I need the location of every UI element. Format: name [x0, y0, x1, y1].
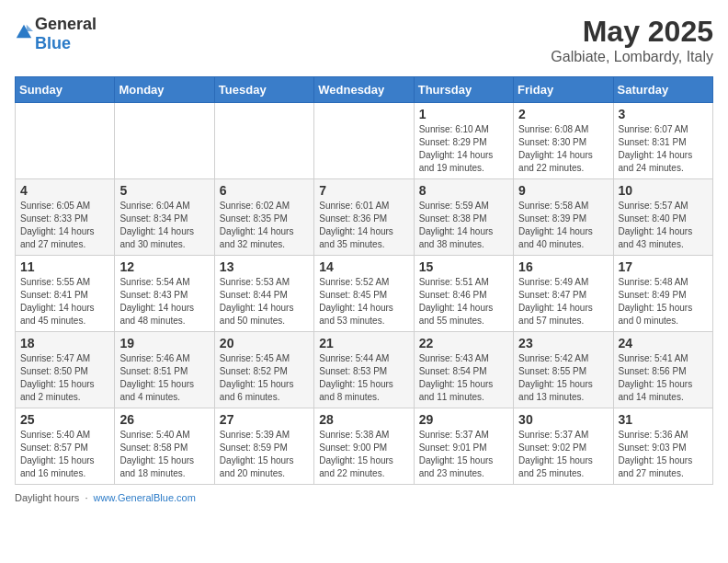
- day-number: 3: [619, 107, 708, 121]
- day-number: 19: [119, 336, 209, 350]
- day-info: Sunrise: 5:48 AM Sunset: 8:49 PM Dayligh…: [619, 276, 708, 327]
- calendar-cell: 13Sunrise: 5:53 AM Sunset: 8:44 PM Dayli…: [214, 256, 313, 332]
- day-number: 8: [419, 183, 508, 198]
- location-title: Galbiate, Lombardy, Italy: [551, 49, 713, 65]
- day-number: 21: [319, 336, 408, 350]
- day-number: 17: [619, 259, 708, 274]
- calendar-cell: [16, 103, 115, 179]
- day-number: 30: [518, 412, 608, 427]
- day-info: Sunrise: 5:41 AM Sunset: 8:56 PM Dayligh…: [619, 352, 708, 404]
- day-info: Sunrise: 5:47 AM Sunset: 8:50 PM Dayligh…: [20, 352, 109, 404]
- footer-link[interactable]: www.GeneralBlue.com: [94, 492, 196, 503]
- day-number: 25: [20, 412, 109, 427]
- day-info: Sunrise: 5:36 AM Sunset: 9:03 PM Dayligh…: [619, 429, 708, 480]
- day-info: Sunrise: 5:38 AM Sunset: 9:00 PM Dayligh…: [319, 429, 408, 480]
- day-info: Sunrise: 5:49 AM Sunset: 8:47 PM Dayligh…: [518, 276, 608, 327]
- day-number: 12: [119, 259, 209, 274]
- calendar-cell: 1Sunrise: 6:10 AM Sunset: 8:29 PM Daylig…: [414, 103, 513, 179]
- day-info: Sunrise: 6:04 AM Sunset: 8:34 PM Dayligh…: [119, 200, 209, 251]
- weekday-header-friday: Friday: [514, 77, 613, 103]
- calendar-cell: 21Sunrise: 5:44 AM Sunset: 8:53 PM Dayli…: [314, 332, 414, 408]
- day-info: Sunrise: 5:43 AM Sunset: 8:54 PM Dayligh…: [419, 352, 508, 404]
- calendar-cell: 17Sunrise: 5:48 AM Sunset: 8:49 PM Dayli…: [613, 256, 712, 332]
- day-info: Sunrise: 6:02 AM Sunset: 8:35 PM Dayligh…: [220, 200, 309, 251]
- day-number: 1: [419, 107, 508, 121]
- week-row-1: 1Sunrise: 6:10 AM Sunset: 8:29 PM Daylig…: [16, 103, 713, 179]
- calendar-cell: 28Sunrise: 5:38 AM Sunset: 9:00 PM Dayli…: [314, 408, 414, 485]
- week-row-4: 18Sunrise: 5:47 AM Sunset: 8:50 PM Dayli…: [16, 332, 713, 408]
- weekday-header-saturday: Saturday: [613, 77, 712, 103]
- day-number: 28: [319, 412, 408, 427]
- month-title: May 2025: [551, 15, 713, 49]
- calendar-cell: 8Sunrise: 5:59 AM Sunset: 8:38 PM Daylig…: [414, 179, 513, 256]
- day-number: 9: [518, 183, 608, 198]
- day-info: Sunrise: 6:10 AM Sunset: 8:29 PM Dayligh…: [419, 123, 508, 175]
- calendar-cell: 27Sunrise: 5:39 AM Sunset: 8:59 PM Dayli…: [214, 408, 313, 485]
- day-info: Sunrise: 5:52 AM Sunset: 8:45 PM Dayligh…: [319, 276, 408, 327]
- weekday-header-row: SundayMondayTuesdayWednesdayThursdayFrid…: [16, 77, 713, 103]
- day-info: Sunrise: 5:40 AM Sunset: 8:57 PM Dayligh…: [20, 429, 109, 480]
- day-number: 6: [220, 183, 309, 198]
- day-number: 31: [619, 412, 708, 427]
- day-number: 16: [518, 259, 608, 274]
- day-info: Sunrise: 5:45 AM Sunset: 8:52 PM Dayligh…: [220, 352, 309, 404]
- day-number: 29: [419, 412, 508, 427]
- calendar-cell: 23Sunrise: 5:42 AM Sunset: 8:55 PM Dayli…: [514, 332, 613, 408]
- calendar-cell: [214, 103, 313, 179]
- day-info: Sunrise: 5:40 AM Sunset: 8:58 PM Dayligh…: [119, 429, 209, 480]
- day-number: 11: [20, 259, 109, 274]
- day-info: Sunrise: 6:08 AM Sunset: 8:30 PM Dayligh…: [518, 123, 608, 175]
- calendar-cell: 18Sunrise: 5:47 AM Sunset: 8:50 PM Dayli…: [16, 332, 115, 408]
- weekday-header-tuesday: Tuesday: [214, 77, 313, 103]
- calendar-cell: 2Sunrise: 6:08 AM Sunset: 8:30 PM Daylig…: [514, 103, 613, 179]
- calendar-cell: [115, 103, 214, 179]
- day-number: 5: [119, 183, 209, 198]
- day-info: Sunrise: 5:58 AM Sunset: 8:39 PM Dayligh…: [518, 200, 608, 251]
- day-info: Sunrise: 6:05 AM Sunset: 8:33 PM Dayligh…: [20, 200, 109, 251]
- calendar-cell: 16Sunrise: 5:49 AM Sunset: 8:47 PM Dayli…: [514, 256, 613, 332]
- day-number: 13: [220, 259, 309, 274]
- day-number: 18: [20, 336, 109, 350]
- day-info: Sunrise: 5:44 AM Sunset: 8:53 PM Dayligh…: [319, 352, 408, 404]
- weekday-header-wednesday: Wednesday: [314, 77, 414, 103]
- day-number: 15: [419, 259, 508, 274]
- calendar-cell: 22Sunrise: 5:43 AM Sunset: 8:54 PM Dayli…: [414, 332, 513, 408]
- day-number: 26: [119, 412, 209, 427]
- calendar-cell: 3Sunrise: 6:07 AM Sunset: 8:31 PM Daylig…: [613, 103, 712, 179]
- day-info: Sunrise: 5:37 AM Sunset: 9:01 PM Dayligh…: [419, 429, 508, 480]
- calendar-cell: 20Sunrise: 5:45 AM Sunset: 8:52 PM Dayli…: [214, 332, 313, 408]
- calendar-cell: 11Sunrise: 5:55 AM Sunset: 8:41 PM Dayli…: [16, 256, 115, 332]
- calendar-cell: 26Sunrise: 5:40 AM Sunset: 8:58 PM Dayli…: [115, 408, 214, 485]
- calendar-cell: 6Sunrise: 6:02 AM Sunset: 8:35 PM Daylig…: [214, 179, 313, 256]
- logo-icon: [15, 23, 33, 41]
- calendar-cell: 12Sunrise: 5:54 AM Sunset: 8:43 PM Dayli…: [115, 256, 214, 332]
- day-number: 27: [220, 412, 309, 427]
- day-number: 10: [619, 183, 708, 198]
- day-number: 14: [319, 259, 408, 274]
- footer-note: Daylight hours · www.GeneralBlue.com: [15, 492, 713, 503]
- footer-text: Daylight hours: [15, 492, 79, 503]
- logo: General Blue: [15, 15, 97, 53]
- day-number: 24: [619, 336, 708, 350]
- calendar-cell: 9Sunrise: 5:58 AM Sunset: 8:39 PM Daylig…: [514, 179, 613, 256]
- header: General Blue May 2025 Galbiate, Lombardy…: [15, 15, 713, 65]
- week-row-3: 11Sunrise: 5:55 AM Sunset: 8:41 PM Dayli…: [16, 256, 713, 332]
- day-info: Sunrise: 5:59 AM Sunset: 8:38 PM Dayligh…: [419, 200, 508, 251]
- svg-marker-1: [27, 25, 33, 31]
- calendar-cell: 10Sunrise: 5:57 AM Sunset: 8:40 PM Dayli…: [613, 179, 712, 256]
- day-info: Sunrise: 6:01 AM Sunset: 8:36 PM Dayligh…: [319, 200, 408, 251]
- weekday-header-thursday: Thursday: [414, 77, 513, 103]
- calendar-cell: 7Sunrise: 6:01 AM Sunset: 8:36 PM Daylig…: [314, 179, 414, 256]
- day-info: Sunrise: 5:42 AM Sunset: 8:55 PM Dayligh…: [518, 352, 608, 404]
- calendar-cell: 4Sunrise: 6:05 AM Sunset: 8:33 PM Daylig…: [16, 179, 115, 256]
- day-info: Sunrise: 5:57 AM Sunset: 8:40 PM Dayligh…: [619, 200, 708, 251]
- calendar-cell: 5Sunrise: 6:04 AM Sunset: 8:34 PM Daylig…: [115, 179, 214, 256]
- day-info: Sunrise: 5:53 AM Sunset: 8:44 PM Dayligh…: [220, 276, 309, 327]
- title-area: May 2025 Galbiate, Lombardy, Italy: [551, 15, 713, 65]
- calendar-cell: 15Sunrise: 5:51 AM Sunset: 8:46 PM Dayli…: [414, 256, 513, 332]
- day-number: 20: [220, 336, 309, 350]
- weekday-header-monday: Monday: [115, 77, 214, 103]
- day-number: 22: [419, 336, 508, 350]
- day-number: 4: [20, 183, 109, 198]
- calendar-cell: [314, 103, 414, 179]
